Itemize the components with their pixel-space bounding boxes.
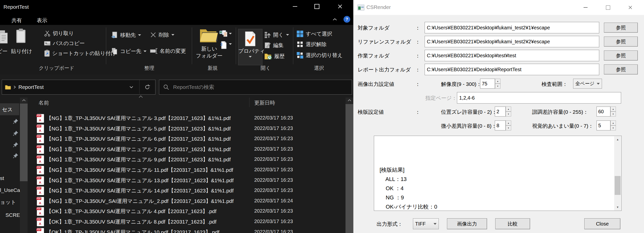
- address-dropdown-icon[interactable]: [129, 86, 133, 88]
- file-row[interactable]: PDF ⋏ 【NG】1章_TP-JL350UV SAI運用マニュアル 5.pdf…: [0, 123, 346, 134]
- file-row[interactable]: PDF ⋏ 【NG】1章_TP-JL350UV SAI運用マニュアル 14.pd…: [0, 185, 346, 196]
- file-row[interactable]: PDF ⋏ 【OK】1章_TP-JL350UV SAI運用マニュアル 8.pdf…: [0, 216, 346, 227]
- file-name[interactable]: 【OK】1章_TP-JL350UV SAI運用マニュアル 8.pdf【22031…: [46, 218, 216, 225]
- compare-button[interactable]: 比較: [495, 218, 530, 229]
- file-name[interactable]: 【NG】1章_TP-JL350UV SAI運用マニュアル 14.pdf【2203…: [46, 187, 234, 194]
- file-name[interactable]: 【NG】1章_TP-JL350UV SAI運用マニュアル 11.pdf【2203…: [46, 166, 233, 173]
- copy-to-button[interactable]: コピー先: [111, 48, 146, 55]
- refresh-icon[interactable]: [144, 84, 150, 90]
- file-name[interactable]: 【NG】1章_TP-JL350UV SAI運用マニュアル 13.pdf【2203…: [46, 177, 234, 184]
- file-name[interactable]: 【OK】1章_TP-JL350UV SAI運用マニュアル 10.pdf【2203…: [46, 229, 220, 233]
- position-tolerance-stepper[interactable]: ▲▼: [506, 107, 511, 117]
- micro-diff-input[interactable]: 8: [495, 120, 506, 130]
- results-box[interactable]: [検版結果] ALL：13 OK ：4 NG ：9 OK-バイナリ比較：0 OK…: [374, 136, 622, 211]
- close-dialog-button[interactable]: Close: [584, 218, 620, 229]
- easy-access-button[interactable]: [220, 30, 228, 37]
- browse-button[interactable]: 参照: [604, 65, 638, 74]
- new-item-button[interactable]: [220, 41, 227, 49]
- results-scrollbar-thumb[interactable]: [615, 176, 620, 195]
- paste-button[interactable]: 貼り付け: [6, 48, 38, 55]
- file-row[interactable]: PDF ⋏ 【NG】1章_TP-JL350UV SAI運用マニュアル 3.pdf…: [0, 113, 346, 123]
- range-select[interactable]: 全ページ: [573, 79, 602, 89]
- file-name[interactable]: 【NG】1章_TP-JL350UV SAI運用マニュアル 3.pdf【22031…: [46, 115, 230, 122]
- file-name[interactable]: 【NG】1章_TP-JL350UV_SAI運用マニュアル_2.pdf【22031…: [46, 198, 234, 205]
- page-spec-input[interactable]: 1,2,4-6: [457, 92, 621, 104]
- results-scrollbar[interactable]: ▲ ▼: [614, 136, 621, 210]
- tab-view[interactable]: 表示: [34, 16, 50, 25]
- folder-path-input[interactable]: C:¥Users¥EB030221¥Desktop¥ReportTest: [424, 64, 599, 75]
- position-tolerance-input[interactable]: 2: [495, 107, 506, 117]
- spin-up-icon[interactable]: ▲: [506, 120, 511, 125]
- breadcrumb[interactable]: ReportTest: [18, 84, 44, 90]
- sidebar-quick-access-label[interactable]: セス: [2, 106, 13, 113]
- column-header-modified[interactable]: 更新日時: [254, 99, 275, 106]
- resolution-input[interactable]: 75: [480, 79, 495, 89]
- dialog-maximize-button[interactable]: [602, 3, 614, 13]
- spin-down-icon[interactable]: ▼: [610, 112, 616, 117]
- cut-button[interactable]: 切り取り: [44, 30, 74, 37]
- move-to-button[interactable]: 移動先: [111, 31, 141, 39]
- spin-down-icon[interactable]: ▼: [610, 125, 616, 130]
- file-name[interactable]: 【NG】1章_TP-JL350UV SAI運用マニュアル 6.pdf【22031…: [46, 135, 230, 142]
- minimize-button[interactable]: [288, 1, 302, 12]
- invert-selection-button[interactable]: 選択の切り替え: [296, 52, 342, 59]
- file-name[interactable]: 【NG】1章_TP-JL350UV SAI運用マニュアル 9.pdf【22031…: [46, 156, 230, 163]
- column-divider[interactable]: [249, 98, 250, 107]
- filelist-scrollbar[interactable]: [346, 98, 353, 233]
- spin-up-icon[interactable]: ▲: [610, 107, 616, 112]
- paste-shortcut-button[interactable]: ショートカットの貼り付け: [44, 50, 116, 57]
- help-button[interactable]: ?: [344, 16, 350, 23]
- spin-down-icon[interactable]: ▼: [495, 84, 500, 89]
- filelist-scrollbar-thumb[interactable]: [346, 104, 353, 233]
- visual-fuzz-input[interactable]: 5: [596, 120, 610, 130]
- rename-button[interactable]: 名前の変更: [150, 48, 186, 55]
- resolution-stepper[interactable]: ▲▼: [495, 79, 500, 89]
- search-bar[interactable]: [159, 80, 352, 95]
- copy-path-button[interactable]: パスのコピー: [44, 40, 84, 47]
- micro-diff-stepper[interactable]: ▲▼: [506, 120, 511, 130]
- select-none-button[interactable]: 選択解除: [296, 41, 326, 48]
- spin-down-icon[interactable]: ▼: [506, 112, 511, 117]
- file-row[interactable]: PDF ⋏ 【OK】1章_TP-JL350UV SAI運用マニュアル 10.pd…: [0, 227, 346, 233]
- edit-button[interactable]: 編集: [264, 42, 284, 49]
- new-folder-button[interactable]: 新しい フォルダー: [196, 45, 223, 59]
- folder-path-input[interactable]: C:¥Users¥EB030221¥Desktop¥fukami_test2¥2…: [424, 36, 599, 47]
- tone-tolerance-input[interactable]: 60: [596, 107, 610, 117]
- file-row[interactable]: PDF ⋏ 【OK】1章_TP-JL350UV SAI運用マニュアル 4.pdf…: [0, 206, 346, 216]
- open-button[interactable]: 開く: [264, 31, 289, 38]
- history-button[interactable]: 履歴: [264, 53, 284, 60]
- file-row[interactable]: PDF ⋏ 【NG】1章_TP-JL350UV SAI運用マニュアル 6.pdf…: [0, 134, 346, 144]
- browse-button[interactable]: 参照: [604, 37, 638, 47]
- file-row[interactable]: PDF ⋏ 【NG】1章_TP-JL350UV SAI運用マニュアル 11.pd…: [0, 165, 346, 175]
- browse-button[interactable]: 参照: [604, 23, 638, 33]
- scroll-up-icon[interactable]: ▲: [614, 136, 621, 143]
- file-name[interactable]: 【OK】1章_TP-JL350UV SAI運用マニュアル 4.pdf【22031…: [46, 208, 216, 215]
- properties-button[interactable]: プロパティ: [238, 29, 262, 65]
- column-header-name[interactable]: 名前: [38, 99, 49, 106]
- folder-path-input[interactable]: C:¥Users¥EB030221¥Desktop¥fukami_test2¥1…: [424, 22, 599, 33]
- visual-fuzz-stepper[interactable]: ▲▼: [610, 120, 616, 130]
- address-bar[interactable]: ReportTest: [2, 80, 156, 95]
- delete-button[interactable]: 削除: [150, 31, 174, 38]
- select-all-button[interactable]: すべて選択: [296, 30, 332, 37]
- output-format-select[interactable]: TIFF: [413, 218, 439, 229]
- file-row[interactable]: PDF ⋏ 【NG】1章_TP-JL350UV SAI運用マニュアル 7.pdf…: [0, 144, 346, 155]
- file-row[interactable]: PDF ⋏ 【NG】1章_TP-JL350UV_SAI運用マニュアル_2.pdf…: [0, 196, 346, 206]
- dialog-close-button[interactable]: [624, 3, 636, 13]
- dialog-minimize-button[interactable]: [580, 3, 591, 13]
- image-output-button[interactable]: 画像出力: [447, 218, 487, 229]
- file-row[interactable]: PDF ⋏ 【NG】1章_TP-JL350UV SAI運用マニュアル 13.pd…: [0, 175, 346, 186]
- file-name[interactable]: 【NG】1章_TP-JL350UV SAI運用マニュアル 7.pdf【22031…: [46, 146, 230, 153]
- tab-share[interactable]: 共有: [9, 16, 24, 25]
- spin-up-icon[interactable]: ▲: [506, 107, 511, 112]
- close-button[interactable]: [333, 1, 347, 12]
- spin-up-icon[interactable]: ▲: [610, 120, 616, 125]
- maximize-button[interactable]: [310, 1, 324, 12]
- spin-up-icon[interactable]: ▲: [495, 79, 500, 84]
- file-row[interactable]: PDF ⋏ 【NG】1章_TP-JL350UV SAI運用マニュアル 9.pdf…: [0, 154, 346, 165]
- spin-down-icon[interactable]: ▼: [506, 125, 511, 130]
- folder-path-input[interactable]: C:¥Users¥EB030221¥Desktop¥test¥test: [424, 50, 599, 61]
- file-name[interactable]: 【NG】1章_TP-JL350UV SAI運用マニュアル 5.pdf【22031…: [46, 125, 230, 132]
- scroll-up-icon[interactable]: [22, 99, 26, 102]
- search-input[interactable]: [173, 84, 313, 90]
